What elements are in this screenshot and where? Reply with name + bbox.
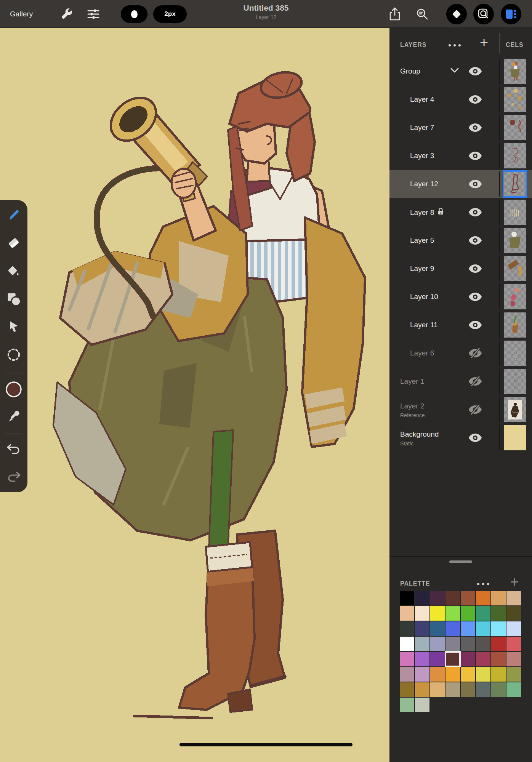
palette-swatch[interactable] bbox=[400, 591, 414, 605]
palette-swatch[interactable] bbox=[476, 637, 490, 651]
palette-swatch[interactable] bbox=[430, 682, 445, 697]
pencil-tool-icon[interactable] bbox=[0, 205, 27, 226]
palette-swatch[interactable] bbox=[461, 637, 475, 651]
layer-thumbnail[interactable] bbox=[504, 200, 526, 225]
palette-drag-handle[interactable] bbox=[449, 560, 472, 563]
palette-swatch[interactable] bbox=[476, 606, 490, 621]
layer-thumbnail[interactable] bbox=[504, 312, 526, 338]
palette-swatch[interactable] bbox=[415, 637, 429, 651]
visibility-off-icon[interactable] bbox=[467, 404, 484, 415]
palette-swatch-selected[interactable] bbox=[445, 652, 460, 666]
palette-swatch[interactable] bbox=[445, 591, 460, 605]
palette-swatch[interactable] bbox=[506, 652, 521, 666]
palette-swatch[interactable] bbox=[506, 606, 521, 621]
layer-row[interactable]: Layer 6 bbox=[389, 339, 532, 367]
palette-swatch[interactable] bbox=[476, 682, 490, 697]
palette-swatch[interactable] bbox=[445, 682, 460, 697]
palette-swatch[interactable] bbox=[400, 698, 414, 712]
move-arrow-tool-icon[interactable] bbox=[0, 316, 27, 338]
palette-swatch[interactable] bbox=[415, 652, 429, 666]
layer-row[interactable]: Layer 10 bbox=[389, 283, 532, 311]
layer-row[interactable]: Group bbox=[389, 57, 532, 85]
preview-magnifier-button[interactable] bbox=[473, 4, 494, 24]
palette-swatch[interactable] bbox=[415, 698, 429, 712]
layer-row[interactable]: BackgroundStatic bbox=[389, 424, 532, 452]
layer-row[interactable]: Layer 3 bbox=[389, 142, 532, 170]
redo-tool-icon[interactable] bbox=[0, 467, 27, 488]
layer-row[interactable]: Layer 2Reference bbox=[389, 395, 532, 424]
palette-swatch[interactable] bbox=[506, 682, 521, 697]
layer-row[interactable]: Layer 7 bbox=[389, 114, 532, 142]
palette-swatch[interactable] bbox=[461, 606, 475, 621]
color-well-tool-icon[interactable] bbox=[0, 379, 27, 400]
visibility-on-icon[interactable] bbox=[467, 432, 484, 443]
layer-row[interactable]: Layer 8a bbox=[389, 198, 532, 226]
palette-swatch[interactable] bbox=[430, 667, 445, 682]
palette-swatch[interactable] bbox=[491, 606, 506, 621]
layer-thumbnail[interactable] bbox=[504, 284, 526, 309]
palette-swatch[interactable] bbox=[430, 606, 445, 621]
palette-swatch[interactable] bbox=[400, 606, 414, 621]
palette-swatch[interactable] bbox=[491, 667, 506, 682]
palette-swatch[interactable] bbox=[400, 652, 414, 666]
layers-menu-icon[interactable] bbox=[449, 44, 461, 46]
palette-swatch[interactable] bbox=[415, 591, 429, 605]
brush-shape-button[interactable] bbox=[121, 5, 147, 23]
layer-thumbnail[interactable] bbox=[504, 59, 526, 84]
layer-thumbnail[interactable] bbox=[504, 256, 526, 281]
palette-swatch[interactable] bbox=[400, 682, 414, 697]
palette-swatch[interactable] bbox=[491, 621, 506, 636]
layer-row[interactable]: Layer 4 bbox=[389, 85, 532, 114]
zoom-out-icon[interactable] bbox=[412, 0, 432, 28]
layer-thumbnail[interactable] bbox=[504, 341, 526, 366]
eraser-tool-icon[interactable] bbox=[0, 232, 27, 254]
fill-bucket-tool-icon[interactable] bbox=[0, 261, 27, 282]
palette-swatch[interactable] bbox=[445, 606, 460, 621]
palette-swatch[interactable] bbox=[400, 621, 414, 636]
palette-swatch[interactable] bbox=[491, 682, 506, 697]
palette-menu-icon[interactable] bbox=[477, 583, 489, 585]
visibility-on-icon[interactable] bbox=[467, 235, 484, 246]
palette-swatch[interactable] bbox=[400, 637, 414, 651]
visibility-on-icon[interactable] bbox=[467, 291, 484, 303]
palette-swatch[interactable] bbox=[415, 606, 429, 621]
add-layer-icon[interactable]: + bbox=[476, 33, 492, 51]
palette-swatch[interactable] bbox=[445, 637, 460, 651]
visibility-on-icon[interactable] bbox=[467, 263, 484, 274]
palette-swatch[interactable] bbox=[476, 652, 490, 666]
palette-swatch[interactable] bbox=[461, 667, 475, 682]
layer-row[interactable]: Layer 11 bbox=[389, 311, 532, 339]
visibility-off-icon[interactable] bbox=[467, 347, 484, 359]
palette-swatch[interactable] bbox=[476, 667, 490, 682]
chevron-down-icon[interactable] bbox=[450, 67, 460, 75]
undo-tool-icon[interactable] bbox=[0, 439, 27, 460]
visibility-on-icon[interactable] bbox=[467, 150, 484, 162]
palette-swatch[interactable] bbox=[506, 637, 521, 651]
palette-swatch[interactable] bbox=[430, 652, 445, 666]
palette-swatch[interactable] bbox=[430, 637, 445, 651]
layer-row[interactable]: Layer 12 bbox=[389, 170, 532, 198]
palette-swatch[interactable] bbox=[430, 591, 445, 605]
layer-thumbnail[interactable] bbox=[504, 143, 526, 168]
diamond-icon-button[interactable] bbox=[446, 4, 467, 24]
palette-swatch[interactable] bbox=[415, 621, 429, 636]
layer-thumbnail[interactable] bbox=[504, 171, 526, 197]
palette-swatch[interactable] bbox=[491, 637, 506, 651]
home-indicator[interactable] bbox=[179, 743, 353, 746]
palette-swatch[interactable] bbox=[461, 682, 475, 697]
layer-row[interactable]: Layer 9 bbox=[389, 255, 532, 283]
palette-swatch[interactable] bbox=[415, 682, 429, 697]
visibility-on-icon[interactable] bbox=[467, 94, 484, 105]
visibility-on-icon[interactable] bbox=[467, 122, 484, 133]
palette-swatch[interactable] bbox=[430, 621, 445, 636]
visibility-on-icon[interactable] bbox=[467, 178, 484, 190]
share-icon[interactable] bbox=[385, 0, 405, 28]
palette-swatch[interactable] bbox=[400, 667, 414, 682]
palette-swatch[interactable] bbox=[476, 621, 490, 636]
eyedropper-tool-icon[interactable] bbox=[0, 406, 27, 427]
palette-swatch[interactable] bbox=[506, 591, 521, 605]
layer-thumbnail[interactable] bbox=[504, 397, 526, 422]
wrench-icon[interactable] bbox=[58, 0, 75, 28]
visibility-on-icon[interactable] bbox=[467, 319, 484, 331]
add-color-icon[interactable]: + bbox=[506, 573, 523, 591]
